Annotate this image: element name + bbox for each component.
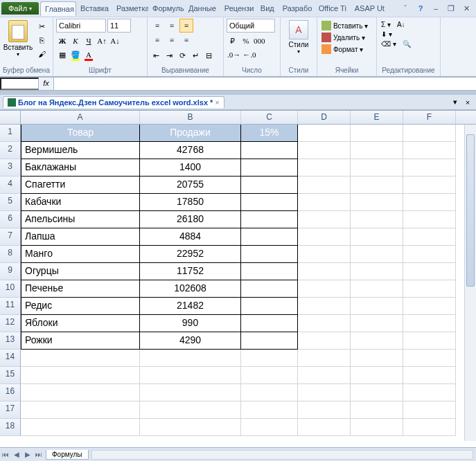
cell[interactable] [351, 159, 403, 177]
merge-button[interactable]: ⊟ [203, 48, 215, 62]
paste-button[interactable]: Вставить ▾ [3, 20, 33, 57]
cell[interactable] [241, 367, 298, 384]
increase-indent-button[interactable]: ⇥ [164, 48, 176, 62]
cell[interactable]: Яблоки [21, 315, 140, 332]
file-tab[interactable]: Файл [1, 2, 39, 15]
cell[interactable] [241, 384, 298, 401]
name-box[interactable] [0, 78, 39, 90]
cell[interactable] [298, 246, 351, 263]
cell[interactable]: Вермишель [21, 142, 140, 159]
cell[interactable]: Манго [21, 246, 140, 263]
cell[interactable] [351, 332, 403, 350]
cell[interactable]: Баклажаны [21, 159, 140, 177]
decrease-indent-button[interactable]: ⇤ [150, 48, 163, 62]
cell[interactable] [241, 177, 298, 194]
workbook-x-icon[interactable]: × [462, 97, 473, 108]
window-restore-icon[interactable]: ❐ [446, 3, 457, 14]
format-painter-button[interactable]: 🖌 [35, 48, 49, 60]
cell[interactable] [351, 211, 403, 228]
ribbon-tab[interactable]: ASAP Ut [351, 1, 387, 16]
cell[interactable]: 1400 [140, 159, 241, 177]
cell[interactable]: Апельсины [21, 211, 140, 228]
cell[interactable]: 11752 [140, 263, 241, 280]
cell[interactable] [403, 177, 456, 194]
cell[interactable] [403, 228, 456, 246]
align-bottom-button[interactable]: ≡ [179, 19, 193, 33]
row-header[interactable]: 6 [0, 211, 21, 228]
vertical-scrollbar[interactable] [464, 125, 476, 441]
cell[interactable] [403, 384, 456, 401]
cell[interactable]: 42768 [140, 142, 241, 159]
cell[interactable] [351, 384, 403, 401]
cell[interactable] [298, 298, 351, 315]
workbook-close-icon[interactable]: × [215, 98, 219, 107]
ribbon-tab[interactable]: Главная [40, 1, 76, 16]
sheet-nav-next-icon[interactable]: ▶ [22, 451, 33, 458]
grow-font-button[interactable]: A↑ [96, 34, 108, 48]
cell[interactable] [241, 315, 298, 332]
cell[interactable] [298, 211, 351, 228]
cell[interactable] [403, 401, 456, 419]
row-header[interactable]: 4 [0, 177, 21, 194]
cell[interactable] [298, 350, 351, 367]
percent-button[interactable]: % [240, 34, 252, 48]
row-header[interactable]: 17 [0, 401, 21, 419]
workbook-tab[interactable]: Блог на Яндекс.Дзен Самоучитель excel wo… [3, 96, 224, 108]
ribbon-tab[interactable]: Разметка [112, 1, 148, 16]
help-icon[interactable]: ? [415, 3, 426, 14]
font-name-select[interactable] [56, 19, 106, 33]
cell[interactable] [241, 159, 298, 177]
cell[interactable]: 21482 [140, 298, 241, 315]
shrink-font-button[interactable]: A↓ [109, 34, 121, 48]
cell[interactable]: 4290 [140, 332, 241, 350]
cell[interactable] [241, 263, 298, 280]
comma-button[interactable]: 000 [253, 34, 266, 48]
orientation-button[interactable]: ⟳ [177, 48, 189, 62]
cell[interactable] [403, 263, 456, 280]
cell[interactable] [241, 350, 298, 367]
cell[interactable] [403, 194, 456, 211]
sheet-nav-first-icon[interactable]: ⏮ [0, 451, 11, 458]
cell[interactable]: Лапша [21, 228, 140, 246]
cell[interactable] [298, 142, 351, 159]
cell[interactable]: 4884 [140, 228, 241, 246]
cell[interactable] [140, 350, 241, 367]
cell[interactable] [351, 419, 403, 436]
column-header[interactable]: E [351, 111, 403, 124]
cell[interactable] [351, 194, 403, 211]
cell[interactable] [241, 194, 298, 211]
increase-decimal-button[interactable]: .0→ [227, 48, 241, 62]
row-header[interactable]: 10 [0, 280, 21, 298]
cell[interactable] [298, 280, 351, 298]
ribbon-tab[interactable]: Вставка [76, 1, 112, 16]
format-cells-button[interactable]: Формат ▾ [320, 44, 373, 55]
cell[interactable] [241, 419, 298, 436]
ribbon-minimize-icon[interactable]: ˇ [400, 3, 411, 14]
cell[interactable] [351, 298, 403, 315]
font-color-button[interactable]: A [82, 48, 95, 62]
cell[interactable] [403, 419, 456, 436]
cell[interactable]: 17850 [140, 194, 241, 211]
cell[interactable] [351, 177, 403, 194]
select-all-corner[interactable] [0, 111, 21, 124]
cell[interactable] [140, 401, 241, 419]
column-header[interactable]: F [403, 111, 456, 124]
cell[interactable] [403, 367, 456, 384]
cell[interactable] [241, 332, 298, 350]
cell[interactable] [351, 125, 403, 142]
italic-button[interactable]: К [69, 34, 82, 48]
row-header[interactable]: 3 [0, 159, 21, 177]
cell[interactable]: Редис [21, 298, 140, 315]
fill-color-button[interactable]: 🪣 [69, 48, 82, 62]
cell[interactable]: 26180 [140, 211, 241, 228]
row-header[interactable]: 9 [0, 263, 21, 280]
cell[interactable] [298, 315, 351, 332]
underline-button[interactable]: Ч [82, 34, 95, 48]
row-header[interactable]: 12 [0, 315, 21, 332]
cell[interactable] [298, 367, 351, 384]
row-header[interactable]: 8 [0, 246, 21, 263]
column-header[interactable]: B [140, 111, 241, 124]
cell[interactable] [351, 315, 403, 332]
insert-cells-button[interactable]: Вставить ▾ [320, 20, 373, 31]
cell[interactable] [403, 350, 456, 367]
